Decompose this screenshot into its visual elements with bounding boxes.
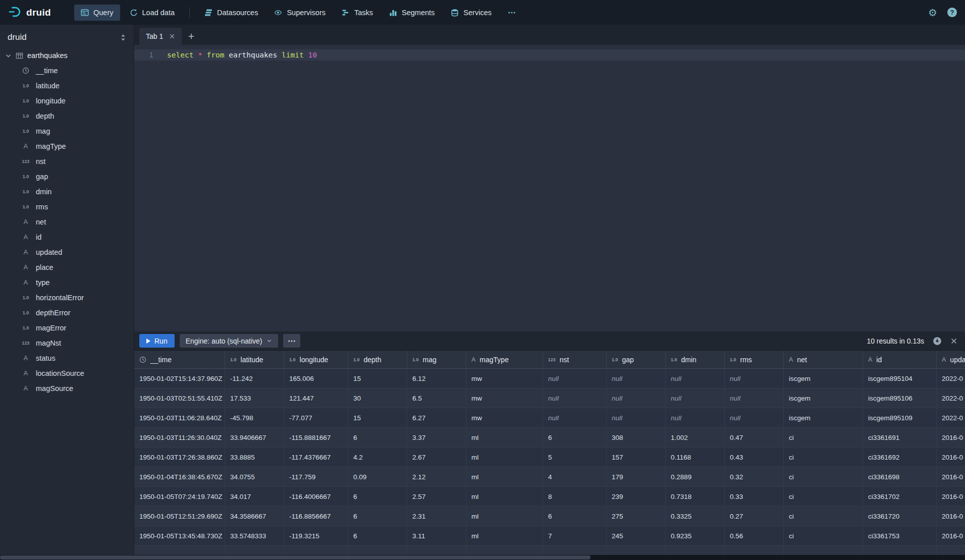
cell-nst[interactable]: 8 [543,487,607,506]
cell-net[interactable]: ci [784,526,863,545]
schema-column-depthError[interactable]: 1.0depthError [0,305,134,320]
cell-net[interactable]: ci [784,447,863,467]
cell-dmin[interactable]: null [666,369,725,388]
add-tab-button[interactable] [182,28,201,45]
schema-column-horizontalError[interactable]: 1.0horizontalError [0,290,134,305]
cell-latitude[interactable]: 17.533 [225,388,284,408]
cell-dmin[interactable]: null [666,388,725,408]
cell-dmin[interactable]: 0.2889 [666,467,725,486]
cell-net[interactable]: iscgem [784,388,863,408]
cell-nst[interactable]: 5 [543,447,607,467]
cell-magType[interactable]: ml [466,507,543,526]
cell-gap[interactable]: 245 [607,526,666,545]
cell-updated[interactable]: 2016-0 [937,428,965,447]
cell-updated[interactable]: 2016-0 [937,447,965,467]
cell-nst[interactable]: 7 [543,526,607,545]
cell-latitude[interactable] [225,546,284,555]
cell-updated[interactable]: 2022-0 [937,408,965,427]
cell-net[interactable]: ci [784,507,863,526]
column-header-depth[interactable]: 1.0depth [348,351,407,368]
cell-net[interactable]: iscgem [784,408,863,427]
help-icon[interactable]: ? [947,8,957,17]
schema-column-rms[interactable]: 1.0rms [0,199,134,214]
cell-mag[interactable]: 6.12 [407,369,466,388]
cell-magType[interactable]: ml [466,428,543,447]
cell-nst[interactable]: null [543,408,607,427]
nav-item-segments[interactable]: Segments [383,5,441,21]
column-header-latitude[interactable]: 1.0latitude [225,351,284,368]
schema-column-depth[interactable]: 1.0depth [0,108,134,124]
cell-mag[interactable]: 2.12 [407,467,466,486]
cell-longitude[interactable]: 165.006 [284,369,348,388]
cell-__time[interactable]: 1950-01-05T13:45:48.730Z [134,526,225,545]
column-header-__time[interactable]: __time [134,351,225,368]
cell-net[interactable]: ci [784,487,863,506]
schema-column-locationSource[interactable]: AlocationSource [0,366,134,381]
cell-latitude[interactable]: -45.798 [225,408,284,427]
schema-column-nst[interactable]: 123nst [0,154,134,169]
column-header-rms[interactable]: 1.0rms [725,351,784,368]
cell-updated[interactable]: 2016-0 [937,526,965,545]
cell-latitude[interactable]: 33.9406667 [225,428,284,447]
more-options-button[interactable] [283,334,300,348]
cell-rms[interactable]: 0.27 [725,507,784,526]
scrollbar-thumb[interactable] [0,555,591,559]
double-caret-vertical-icon[interactable] [120,34,126,41]
cell-net[interactable]: ci [784,467,863,486]
cell-__time[interactable]: 1950-01-05T07:24:19.740Z [134,487,225,506]
cell-rms[interactable]: 0.43 [725,447,784,467]
cell-magType[interactable] [466,546,543,555]
cell-dmin[interactable]: 1.002 [666,428,725,447]
schema-column-magType[interactable]: AmagType [0,139,134,154]
run-button[interactable]: Run [139,334,175,348]
cell-magType[interactable]: ml [466,447,543,467]
cell-latitude[interactable]: -11.242 [225,369,284,388]
cell-gap[interactable]: null [607,408,666,427]
cell-rms[interactable]: null [725,408,784,427]
cell-updated[interactable] [937,546,965,555]
cell-__time[interactable]: 1950-01-04T16:38:45.670Z [134,467,225,486]
schema-column-__time[interactable]: __time [0,63,134,78]
cell-latitude[interactable]: 34.017 [225,487,284,506]
cell-updated[interactable]: 2022-0 [937,388,965,408]
cell-__time[interactable] [134,546,225,555]
cell-mag[interactable]: 3.37 [407,428,466,447]
settings-icon[interactable]: ⚙ [928,8,937,18]
cell-id[interactable] [863,546,937,555]
cell-longitude[interactable]: -116.4006667 [284,487,348,506]
cell-magType[interactable]: mw [466,369,543,388]
cell-net[interactable]: iscgem [784,369,863,388]
column-header-id[interactable]: Aid [863,351,937,368]
cell-mag[interactable]: 3.11 [407,526,466,545]
nav-item-query[interactable]: Query [74,5,120,21]
cell-id[interactable]: iscgem895109 [863,408,937,427]
nav-item-services[interactable]: Services [444,5,498,21]
cell-depth[interactable]: 4.2 [348,447,407,467]
cell-updated[interactable]: 2016-0 [937,467,965,486]
cell-longitude[interactable]: 121.447 [284,388,348,408]
cell-nst[interactable]: 6 [543,507,607,526]
cell-latitude[interactable]: 33.8885 [225,447,284,467]
cell-magType[interactable]: ml [466,467,543,486]
column-header-mag[interactable]: 1.0mag [407,351,466,368]
download-icon[interactable] [933,337,942,346]
cell-id[interactable]: ci3361691 [863,428,937,447]
cell-rms[interactable]: 0.32 [725,467,784,486]
cell-depth[interactable]: 15 [348,369,407,388]
cell-depth[interactable]: 30 [348,388,407,408]
nav-item-tasks[interactable]: Tasks [335,5,380,21]
schema-column-id[interactable]: Aid [0,230,134,245]
cell-gap[interactable] [607,546,666,555]
cell-rms[interactable]: 0.56 [725,526,784,545]
cell-nst[interactable]: null [543,369,607,388]
cell-rms[interactable]: 0.47 [725,428,784,447]
cell-id[interactable]: iscgem895106 [863,388,937,408]
cell-longitude[interactable]: -77.077 [284,408,348,427]
schema-column-magNst[interactable]: 123magNst [0,335,134,351]
cell-depth[interactable]: 6 [348,428,407,447]
cell-latitude[interactable]: 34.3586667 [225,507,284,526]
column-header-dmin[interactable]: 1.0dmin [666,351,725,368]
cell-__time[interactable]: 1950-01-03T02:51:55.410Z [134,388,225,408]
column-header-gap[interactable]: 1.0gap [607,351,666,368]
nav-item-supervisors[interactable]: Supervisors [267,5,332,21]
